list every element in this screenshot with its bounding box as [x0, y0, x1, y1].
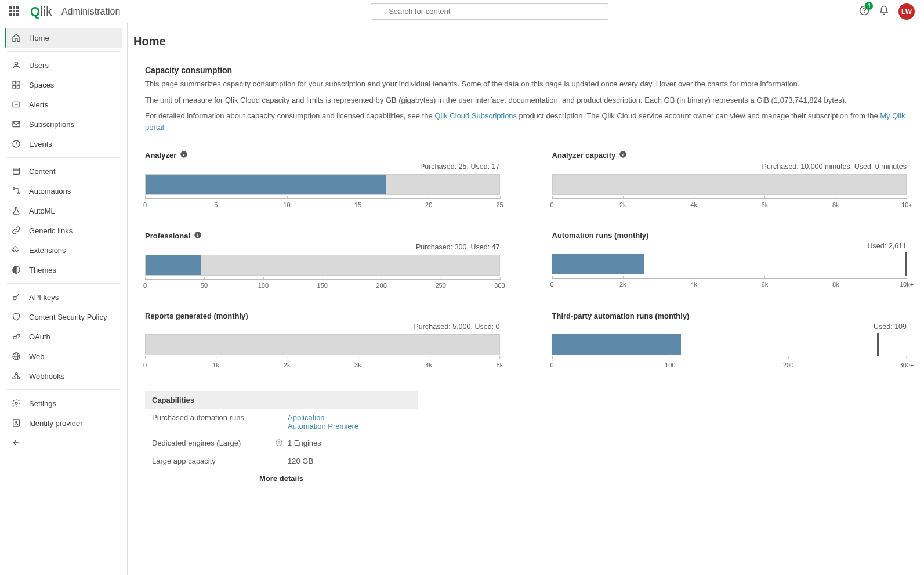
sidebar-item-label: Extensions [29, 246, 66, 255]
axis-tick: 6k [762, 199, 769, 208]
info-icon[interactable] [275, 440, 283, 449]
chart-axis: 02k4k6k8k10k+ [552, 278, 907, 294]
capability-value: 1 Engines [288, 439, 321, 447]
link-qlik-cloud-subscriptions[interactable]: Qlik Cloud Subscriptions [434, 111, 517, 120]
axis-tick: 100 [665, 359, 675, 368]
svg-point-3 [864, 12, 865, 13]
axis-tick: 6k [762, 279, 769, 288]
capability-link[interactable]: Automation Premiere [288, 422, 411, 431]
chart-axis: 0100200300+ [552, 359, 907, 375]
sidebar-item-home[interactable]: Home [5, 28, 122, 48]
svg-rect-13 [13, 168, 20, 175]
chart-bar-track [145, 334, 500, 355]
svg-point-37 [279, 441, 280, 442]
chart-subtitle: Purchased: 5,000, Used: 0 [145, 323, 500, 331]
svg-point-15 [13, 188, 15, 190]
more-details-button[interactable]: More details [145, 469, 418, 487]
axis-tick: 2k [284, 359, 291, 368]
sidebar-item-themes[interactable]: Themes [5, 260, 122, 280]
sidebar-item-generic-links[interactable]: Generic links [5, 220, 122, 240]
axis-tick: 5 [214, 199, 218, 208]
avatar[interactable]: LW [898, 3, 915, 20]
sidebar-item-automl[interactable]: AutoML [5, 201, 122, 220]
chart-reports: Reports generated (monthly)Purchased: 5,… [145, 312, 500, 375]
gear-icon [12, 399, 21, 408]
sidebar-item-label: OAuth [29, 332, 50, 341]
sidebar-item-extensions[interactable]: Extensions [5, 240, 122, 260]
chart-professional: Professional iPurchased: 300, Used: 4705… [145, 231, 500, 295]
chart-bar-track [552, 334, 907, 355]
bell-icon[interactable] [879, 5, 889, 17]
sidebar-item-identity-provider[interactable]: Identity provider [5, 413, 122, 433]
sidebar-item-label: Automations [29, 187, 71, 196]
sidebar-item-alerts[interactable]: Alerts [5, 95, 122, 114]
sidebar-item-label: Events [29, 140, 52, 149]
alert-icon [12, 100, 21, 109]
content-icon [12, 167, 21, 176]
sidebar-separator [7, 283, 120, 284]
sidebar-item-content-security-policy[interactable]: Content Security Policy [5, 307, 122, 327]
oauth-icon [12, 332, 21, 341]
chart-bar-track [145, 255, 500, 276]
sidebar-item-oauth[interactable]: OAuth [5, 327, 122, 346]
svg-point-18 [13, 296, 16, 299]
chart-subtitle: Purchased: 300, Used: 47 [145, 243, 500, 251]
sidebar-item-label: Generic links [29, 226, 73, 235]
axis-tick: 0 [143, 359, 147, 368]
theme-icon [12, 265, 21, 274]
axis-tick: 8k [832, 279, 839, 288]
capabilities-card: Capabilities Purchased automation runsAp… [145, 391, 418, 487]
info-icon[interactable]: i [619, 150, 627, 160]
chart-title: Professional i [145, 231, 500, 241]
info-icon[interactable]: i [180, 150, 188, 160]
capability-link[interactable]: Application [288, 413, 411, 422]
svg-rect-7 [13, 85, 16, 88]
desc-line-1: This page summarizes capacity consumptio… [145, 78, 907, 90]
chart-third_party: Third-party automation runs (monthly)Use… [552, 312, 907, 375]
sidebar-item-subscriptions[interactable]: Subscriptions [5, 114, 122, 134]
axis-tick: 4k [425, 359, 432, 368]
sidebar-separator [7, 389, 120, 390]
svg-rect-8 [17, 85, 20, 88]
main-content: Home Capacity consumption This page summ… [128, 23, 924, 575]
capability-row: Dedicated engines (Large)1 Engines [145, 435, 418, 453]
chart-title: Third-party automation runs (monthly) [552, 312, 907, 320]
collapse-sidebar-button[interactable] [5, 433, 122, 453]
flask-icon [12, 206, 21, 215]
svg-point-26 [15, 402, 17, 404]
chart-marker [877, 333, 879, 356]
sidebar-item-label: Webhooks [29, 372, 64, 381]
page-title: Home [133, 35, 907, 48]
axis-tick: 4k [690, 279, 697, 288]
sidebar-item-users[interactable]: Users [5, 55, 122, 75]
sidebar-item-events[interactable]: Events [5, 134, 122, 154]
axis-tick: 50 [201, 280, 208, 289]
sidebar-item-content[interactable]: Content [5, 161, 122, 181]
axis-tick: 10 [283, 199, 290, 208]
chart-bar-track [145, 174, 500, 195]
puzzle-icon [12, 245, 21, 255]
section-title: Capacity consumption [145, 66, 907, 75]
sidebar-item-spaces[interactable]: Spaces [5, 75, 122, 95]
sidebar-item-api-keys[interactable]: API keys [5, 287, 122, 307]
chart-analyzer_capacity: Analyzer capacity iPurchased: 10,000 min… [552, 150, 907, 215]
sidebar-item-web[interactable]: Web [5, 346, 122, 366]
svg-point-23 [13, 377, 15, 379]
sidebar-item-settings[interactable]: Settings [5, 393, 122, 413]
help-badge: 4 [865, 2, 873, 10]
info-icon[interactable]: i [194, 231, 202, 241]
capability-value: 120 GB [288, 457, 313, 465]
chart-subtitle: Purchased: 25, Used: 17 [145, 162, 500, 171]
qlik-logo[interactable]: Qlik [30, 4, 52, 19]
chart-axis: 02k4k6k8k10k [552, 198, 907, 215]
sidebar-item-webhooks[interactable]: Webhooks [5, 366, 122, 386]
app-launcher-icon[interactable] [9, 6, 20, 17]
help-icon[interactable]: 4 [859, 5, 869, 17]
chart-subtitle: Used: 2,611 [552, 242, 907, 250]
sidebar-item-label: Settings [29, 399, 56, 408]
search-input[interactable] [371, 3, 608, 20]
sidebar-item-automations[interactable]: Automations [5, 181, 122, 201]
chart-bar-fill [146, 175, 386, 194]
sidebar-item-label: Alerts [29, 100, 48, 109]
mail-icon [12, 120, 21, 129]
